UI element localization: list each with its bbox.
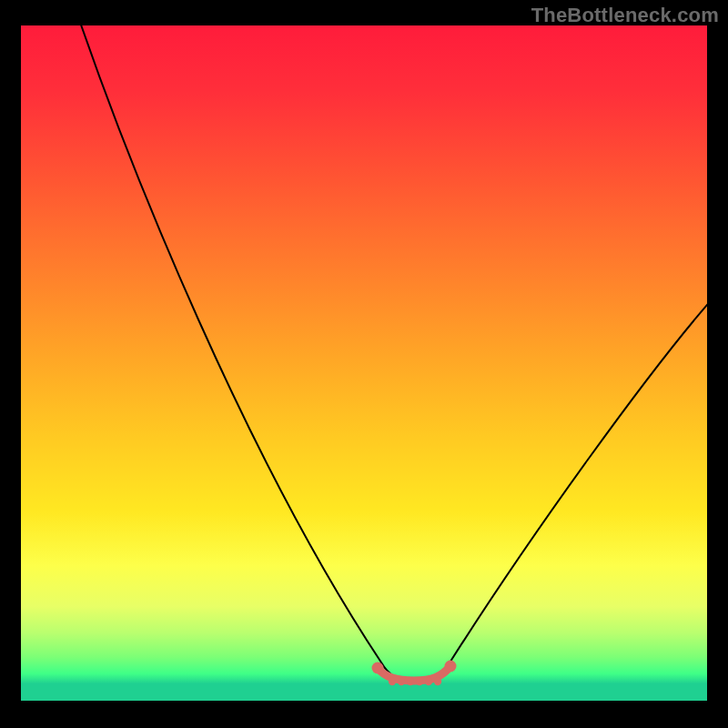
plot-area [21,25,707,701]
trough-dot-left [372,662,384,674]
trough-bead [389,678,396,685]
v-curve-path [72,25,707,681]
watermark-text: TheBottleneck.com [531,4,719,27]
trough-bead [407,678,414,685]
trough-bead [416,678,423,685]
trough-bead [425,678,432,685]
trough-bead [434,678,441,685]
chart-frame: TheBottleneck.com [0,0,728,728]
trough-bead [398,678,405,685]
bottleneck-curve [21,25,707,701]
trough-dot-right [445,661,457,672]
